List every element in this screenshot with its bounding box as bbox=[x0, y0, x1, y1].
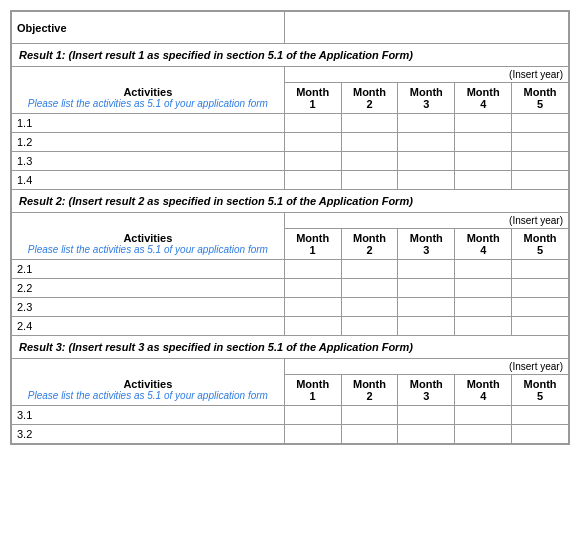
result-3-month-2: Month 2 bbox=[341, 375, 398, 406]
result-2-month-4: Month 4 bbox=[455, 229, 512, 260]
result-1-activities-subtext: Please list the activities as 5.1 of you… bbox=[17, 98, 279, 109]
result-3-activities-header: Activities bbox=[17, 378, 279, 390]
result-1-activities-header: Activities bbox=[17, 86, 279, 98]
result-1-row-2: 1.2 bbox=[12, 133, 569, 152]
result-3-activities-cell: Activities Please list the activities as… bbox=[12, 375, 285, 406]
result-1-row-1: 1.1 bbox=[12, 114, 569, 133]
result-2-header-row: Activities Please list the activities as… bbox=[12, 229, 569, 260]
result-3-month-4: Month 4 bbox=[455, 375, 512, 406]
result-2-month-5: Month 5 bbox=[512, 229, 569, 260]
result-1-item-1-m5 bbox=[512, 114, 569, 133]
result-3-insert-year: (Insert year) bbox=[284, 359, 568, 375]
result-2-month-2: Month 2 bbox=[341, 229, 398, 260]
result-1-month-2: Month 2 bbox=[341, 83, 398, 114]
result-2-month-3: Month 3 bbox=[398, 229, 455, 260]
result-3-row: Result 3: (Insert result 3 as specified … bbox=[12, 336, 569, 359]
result-2-activities-cell: Activities Please list the activities as… bbox=[12, 229, 285, 260]
result-2-insert-year-row: (Insert year) bbox=[12, 213, 569, 229]
result-3-month-5: Month 5 bbox=[512, 375, 569, 406]
result-1-item-1-m3 bbox=[398, 114, 455, 133]
result-1-item-1: 1.1 bbox=[12, 114, 285, 133]
result-1-item-2: 1.2 bbox=[12, 133, 285, 152]
result-1-item-1-m1 bbox=[284, 114, 341, 133]
result-1-row-3: 1.3 bbox=[12, 152, 569, 171]
result-2-label: Result 2: (Insert result 2 as specified … bbox=[12, 190, 569, 213]
result-3-row-2: 3.2 bbox=[12, 425, 569, 444]
result-1-activities-spacer bbox=[12, 67, 285, 83]
result-1-label: Result 1: (Insert result 1 as specified … bbox=[12, 44, 569, 67]
result-3-item-2: 3.2 bbox=[12, 425, 285, 444]
result-1-month-5: Month 5 bbox=[512, 83, 569, 114]
result-2-month-1: Month 1 bbox=[284, 229, 341, 260]
main-table: Objective Result 1: (Insert result 1 as … bbox=[11, 11, 569, 444]
result-2-insert-year: (Insert year) bbox=[284, 213, 568, 229]
result-1-item-1-m4 bbox=[455, 114, 512, 133]
result-2-item-2: 2.2 bbox=[12, 279, 285, 298]
result-3-row-1: 3.1 bbox=[12, 406, 569, 425]
result-1-row-4: 1.4 bbox=[12, 171, 569, 190]
result-3-label: Result 3: (Insert result 3 as specified … bbox=[12, 336, 569, 359]
result-1-activities-cell: Activities Please list the activities as… bbox=[12, 83, 285, 114]
result-1-header-row: Activities Please list the activities as… bbox=[12, 83, 569, 114]
result-2-activities-subtext: Please list the activities as 5.1 of you… bbox=[17, 244, 279, 255]
result-2-row-4: 2.4 bbox=[12, 317, 569, 336]
result-1-item-1-m2 bbox=[341, 114, 398, 133]
result-1-month-3: Month 3 bbox=[398, 83, 455, 114]
result-3-insert-year-row: (Insert year) bbox=[12, 359, 569, 375]
result-1-insert-year-row: (Insert year) bbox=[12, 67, 569, 83]
result-2-item-1: 2.1 bbox=[12, 260, 285, 279]
result-2-row: Result 2: (Insert result 2 as specified … bbox=[12, 190, 569, 213]
result-1-month-1: Month 1 bbox=[284, 83, 341, 114]
objective-row: Objective bbox=[12, 12, 569, 44]
result-1-item-3: 1.3 bbox=[12, 152, 285, 171]
result-1-item-4: 1.4 bbox=[12, 171, 285, 190]
page-wrapper: Objective Result 1: (Insert result 1 as … bbox=[10, 10, 570, 445]
result-2-row-1: 2.1 bbox=[12, 260, 569, 279]
result-2-row-2: 2.2 bbox=[12, 279, 569, 298]
result-2-item-3: 2.3 bbox=[12, 298, 285, 317]
result-1-row: Result 1: (Insert result 1 as specified … bbox=[12, 44, 569, 67]
result-1-insert-year: (Insert year) bbox=[284, 67, 568, 83]
result-3-activities-subtext: Please list the activities as 5.1 of you… bbox=[17, 390, 279, 401]
result-2-activities-header: Activities bbox=[17, 232, 279, 244]
objective-label: Objective bbox=[12, 12, 285, 44]
result-3-month-1: Month 1 bbox=[284, 375, 341, 406]
objective-value bbox=[284, 12, 568, 44]
result-3-item-1: 3.1 bbox=[12, 406, 285, 425]
result-3-header-row: Activities Please list the activities as… bbox=[12, 375, 569, 406]
result-2-row-3: 2.3 bbox=[12, 298, 569, 317]
result-3-month-3: Month 3 bbox=[398, 375, 455, 406]
result-2-item-4: 2.4 bbox=[12, 317, 285, 336]
result-1-month-4: Month 4 bbox=[455, 83, 512, 114]
